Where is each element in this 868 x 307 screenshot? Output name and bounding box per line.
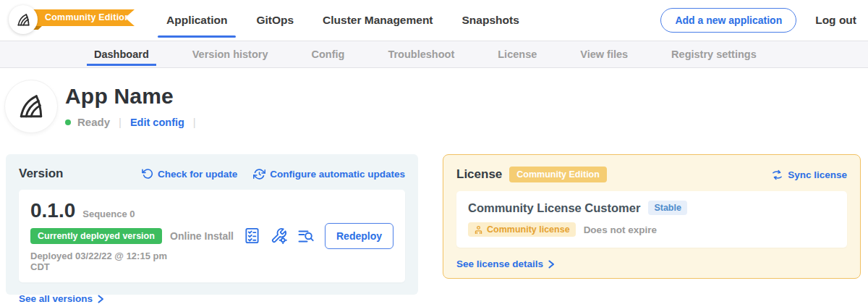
see-all-versions-link[interactable]: See all versions [19, 293, 105, 304]
deployed-version-actions: Online Install [170, 223, 393, 249]
status-dot-icon [65, 119, 71, 125]
see-all-versions-label: See all versions [19, 293, 93, 304]
replicated-logo-icon [15, 12, 32, 28]
deployed-timestamp: Deployed 03/22/22 @ 12:15 pm CDT [30, 251, 170, 272]
tab-application[interactable]: Application [158, 0, 236, 41]
divider: | [193, 116, 196, 128]
license-card-links: Sync license [771, 169, 847, 181]
logout-link[interactable]: Log out [815, 14, 856, 27]
version-card: Version Check for update [6, 154, 418, 295]
subnav-dashboard[interactable]: Dashboard [94, 41, 149, 67]
person-icon [474, 225, 483, 235]
subnav-config[interactable]: Config [312, 41, 345, 67]
version-line: 0.1.0 Sequence 0 [30, 199, 170, 222]
admin-console-page: Community Edition Application GitOps Clu… [0, 0, 868, 307]
version-card-header: Version Check for update [19, 167, 405, 181]
status-badge: Ready [77, 116, 110, 128]
top-nav-actions: Add a new application Log out [660, 0, 856, 41]
chevron-right-icon [548, 260, 556, 269]
customer-name: Community License Customer [468, 201, 640, 215]
preflight-checks-icon[interactable] [244, 227, 260, 244]
view-logs-icon[interactable] [297, 227, 315, 245]
brand-logo[interactable] [9, 5, 38, 34]
swap-arrows-icon [771, 169, 783, 181]
tab-cluster-management[interactable]: Cluster Management [314, 0, 441, 41]
subnav-license[interactable]: License [498, 41, 537, 67]
subnav-view-files[interactable]: View files [580, 41, 628, 67]
app-header: App Name Ready | Edit config | [65, 84, 198, 128]
app-status-row: Ready | Edit config | [65, 116, 198, 128]
license-customer-row: Community License Customer Stable [468, 201, 835, 215]
deployed-version-panel: 0.1.0 Sequence 0 Currently deployed vers… [19, 190, 405, 282]
refresh-clock-icon [253, 168, 265, 180]
check-for-update-link[interactable]: Check for update [142, 168, 237, 180]
subnav-registry-settings[interactable]: Registry settings [671, 41, 757, 67]
app-sub-nav: Dashboard Version history Config Trouble… [0, 41, 868, 68]
community-edition-ribbon: Community Edition [25, 9, 135, 26]
version-card-title: Version [19, 167, 63, 181]
chevron-right-icon [97, 295, 105, 303]
configure-automatic-updates-label: Configure automatic updates [270, 169, 405, 180]
license-details-panel: Community License Customer Stable Commun… [456, 191, 847, 248]
app-avatar [4, 80, 58, 133]
version-number: 0.1.0 [30, 199, 75, 222]
license-type-badge: Community license [468, 222, 576, 237]
edit-config-link[interactable]: Edit config [130, 117, 184, 128]
install-type-label: Online Install [170, 230, 234, 242]
redeploy-button[interactable]: Redeploy [325, 223, 393, 249]
sync-license-label: Sync license [788, 169, 847, 180]
deployed-version-info: 0.1.0 Sequence 0 Currently deployed vers… [30, 199, 170, 272]
version-card-links: Check for update Configure automatic upd… [142, 168, 405, 180]
expiry-label: Does not expire [584, 224, 657, 235]
license-type-label: Community license [487, 224, 570, 235]
replicated-logo-icon [15, 91, 47, 122]
subnav-version-history[interactable]: Version history [192, 41, 268, 67]
configure-automatic-updates-link[interactable]: Configure automatic updates [253, 168, 405, 180]
see-license-details-link[interactable]: See license details [456, 258, 556, 269]
brand: Community Edition [0, 0, 159, 41]
community-edition-badge: Community Edition [509, 167, 607, 182]
sync-license-link[interactable]: Sync license [771, 169, 847, 181]
add-new-application-button[interactable]: Add a new application [660, 8, 796, 33]
rotate-ccw-icon [142, 168, 153, 180]
tab-gitops[interactable]: GitOps [247, 0, 302, 41]
top-nav: Community Edition Application GitOps Clu… [0, 0, 868, 41]
license-card: License Community Edition Sync license C… [443, 154, 861, 279]
license-card-header: License Community Edition Sync license [456, 167, 847, 182]
version-card-footer: See all versions [19, 292, 405, 305]
subnav-troubleshoot[interactable]: Troubleshoot [388, 41, 454, 67]
currently-deployed-badge: Currently deployed version [30, 228, 162, 244]
check-for-update-label: Check for update [158, 169, 237, 180]
license-type-row: Community license Does not expire [468, 222, 835, 237]
tab-snapshots[interactable]: Snapshots [454, 0, 528, 41]
see-license-details-label: See license details [456, 258, 543, 269]
license-card-footer: See license details [456, 257, 847, 270]
sequence-label: Sequence 0 [82, 209, 135, 219]
channel-badge: Stable [648, 201, 687, 215]
divider: | [119, 116, 122, 128]
license-card-title: License [456, 167, 502, 182]
top-nav-tabs: Application GitOps Cluster Management Sn… [158, 0, 528, 41]
edit-config-wrench-icon[interactable] [271, 227, 287, 244]
page-title: App Name [65, 84, 198, 109]
